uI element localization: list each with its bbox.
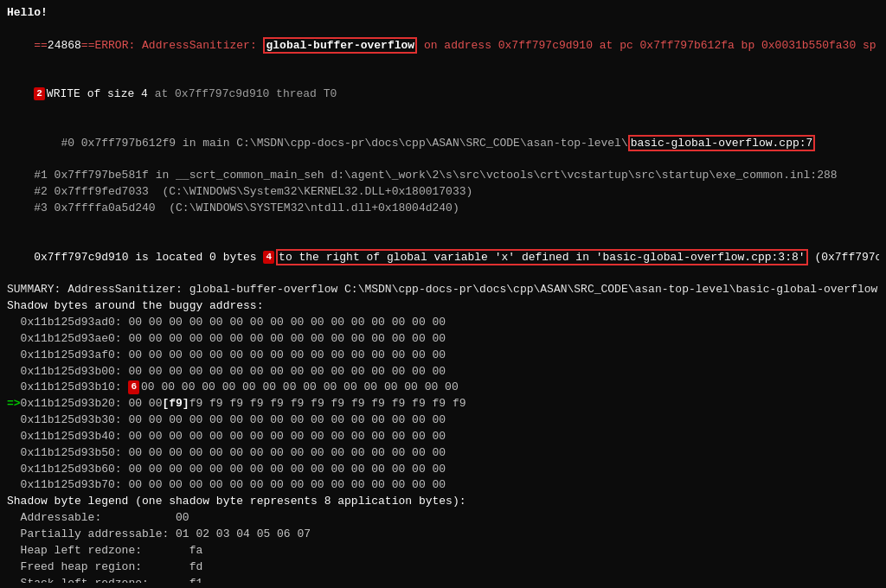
shadow-row-5: 0x11b125d93b10: 600 00 00 00 00 00 00 00… [7,380,879,396]
shadow-row-7: 0x11b125d93b30: 00 00 00 00 00 00 00 00 … [7,412,879,429]
write-text: WRITE of size 4 [47,87,148,100]
shadow-row-1: 0x11b125d93ad0: 00 00 00 00 00 00 00 00 … [7,315,879,331]
legend-heap-left: Heap left redzone: fa [7,543,879,559]
legend-header: Shadow byte legend (one shadow byte repr… [7,494,879,510]
shadow-arrow-rest: f9 f9 f9 f9 f9 f9 f9 f9 f9 f9 f9 f9 f9 f… [189,397,466,410]
error-type-box: global-buffer-overflow [263,37,417,54]
shadow-row-4: 0x11b125d93b00: 00 00 00 00 00 00 00 00 … [7,364,879,380]
blank-1 [7,217,879,233]
arrow-indicator: => [7,397,21,410]
legend-stack-left: Stack left redzone: f1 [7,576,879,583]
pid: 24868 [48,39,81,52]
location-desc: to the right of global variable 'x' defi… [279,251,806,264]
write-line: 2WRITE of size 4 at 0x7ff797c9d910 threa… [7,70,879,119]
separator-equals2: ==ERROR: AddressSanitizer: [81,39,264,52]
location-line: 0x7ff797c9d910 is located 0 bytes 4to th… [7,233,879,283]
badge-4: 4 [263,251,274,264]
location-addr2: (0x7ff797c9d780) [808,251,879,264]
badge-2: 2 [34,87,45,100]
trace-3: #3 0x7ffffa0a5d240 (C:\WINDOWS\SYSTEM32\… [7,201,879,217]
error-rest: on address 0x7ff797c9d910 at pc 0x7ff797… [417,39,879,52]
separator-equals: == [34,39,48,52]
legend-addressable: Addressable: 00 [7,510,879,527]
badge-6: 6 [128,380,139,393]
write-rest: at 0x7ff797c9d910 thread T0 [148,87,337,100]
summary-line: SUMMARY: AddressSanitizer: global-buffer… [7,282,879,298]
shadow-row-9: 0x11b125d93b50: 00 00 00 00 00 00 00 00 … [7,445,879,462]
shadow-row-2: 0x11b125d93ae0: 00 00 00 00 00 00 00 00 … [7,331,879,348]
trace-1: #1 0x7ff797be581f in __scrt_common_main_… [7,168,879,184]
trace-0: #0 0x7ff797b612f9 in main C:\MSDN\cpp-do… [7,119,879,169]
terminal: Hello! ==24868==ERROR: AddressSanitizer:… [7,5,879,583]
location-addr: 0x7ff797c9d910 is located 0 bytes [34,251,263,264]
hello-line: Hello! [7,5,879,22]
shadow-row-10: 0x11b125d93b60: 00 00 00 00 00 00 00 00 … [7,462,879,478]
shadow-header: Shadow bytes around the buggy address: [7,298,879,315]
shadow-bracket: [f9] [162,397,189,410]
location-desc-box: to the right of global variable 'x' defi… [276,249,808,265]
trace0-file: basic-global-overflow.cpp:7 [631,137,813,150]
trace0-file-box: basic-global-overflow.cpp:7 [628,135,816,151]
legend-partial: Partially addressable: 01 02 03 04 05 06… [7,527,879,543]
trace-2: #2 0x7fff9fed7033 (C:\WINDOWS\System32\K… [7,184,879,201]
legend-freed-heap: Freed heap region: fd [7,559,879,576]
shadow-row-11: 0x11b125d93b70: 00 00 00 00 00 00 00 00 … [7,477,879,494]
shadow-row-3: 0x11b125d93af0: 00 00 00 00 00 00 00 00 … [7,348,879,364]
shadow-row-8: 0x11b125d93b40: 00 00 00 00 00 00 00 00 … [7,429,879,445]
shadow-arrow-addr: 0x11b125d93b20: 00 00 [21,397,163,410]
shadow-row-arrow: =>0x11b125d93b20: 00 00[f9]f9 f9 f9 f9 f… [7,396,879,412]
error-separator-line: ==24868==ERROR: AddressSanitizer: global… [7,22,879,71]
error-type: global-buffer-overflow [266,39,414,52]
